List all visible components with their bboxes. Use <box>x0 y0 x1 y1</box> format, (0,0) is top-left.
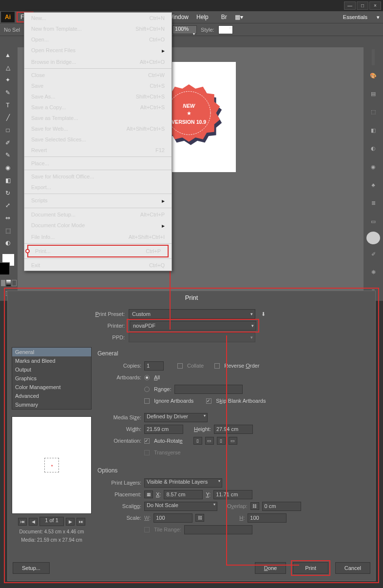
menu-file-info[interactable]: File Info...Alt+Shift+Ctrl+I <box>24 232 172 242</box>
layers-panel-icon[interactable]: ≣ <box>365 195 381 211</box>
menu-save-template[interactable]: Save as Template... <box>24 113 172 123</box>
menu-color-mode[interactable]: Document Color Mode <box>24 220 172 232</box>
pencil-tool[interactable]: ✎ <box>1 150 15 161</box>
fill-stroke-swatch[interactable] <box>1 253 17 277</box>
setup-button[interactable]: Setup... <box>13 562 50 574</box>
cat-advanced[interactable]: Advanced <box>12 392 91 400</box>
opacity-field[interactable]: 100% <box>172 25 197 34</box>
menu-new-template[interactable]: New from Template...Shift+Ctrl+N <box>24 23 172 34</box>
menu-close[interactable]: CloseCtrl+W <box>24 70 172 80</box>
scaling-field[interactable]: Do Not Scale <box>144 502 217 511</box>
menu-help[interactable]: Help <box>192 12 212 22</box>
reverse-checkbox[interactable] <box>214 363 220 369</box>
shape-builder-tool[interactable]: ◐ <box>1 237 15 249</box>
brushes-panel-icon[interactable]: ✐ <box>365 246 381 262</box>
cat-color[interactable]: Color Management <box>12 383 91 392</box>
menu-scripts[interactable]: Scripts <box>24 195 172 207</box>
wand-tool[interactable]: ✦ <box>1 74 15 86</box>
nav-first[interactable]: ⏮ <box>18 518 27 526</box>
placement-grid-icon[interactable]: ▦ <box>144 490 153 498</box>
color-mode-icon[interactable] <box>1 280 5 286</box>
cancel-button[interactable]: Cancel <box>335 562 370 574</box>
media-field[interactable]: Defined by Driver <box>144 413 208 422</box>
direct-select-tool[interactable]: △ <box>1 62 15 74</box>
bridge-icon[interactable]: Br <box>217 12 231 22</box>
none-mode-icon[interactable] <box>12 280 17 286</box>
all-radio[interactable] <box>144 375 150 380</box>
menu-save-copy[interactable]: Save a Copy...Alt+Ctrl+S <box>24 102 172 113</box>
skip-checkbox[interactable] <box>206 398 211 404</box>
minimize-button[interactable]: — <box>344 1 356 10</box>
free-transform-tool[interactable]: ⬚ <box>1 225 15 236</box>
printer-field[interactable]: novaPDF <box>130 321 256 331</box>
nav-prev[interactable]: ◀ <box>29 518 38 526</box>
menu-print[interactable]: Print...Ctrl+P <box>27 245 169 257</box>
nav-last[interactable]: ⏭ <box>77 518 85 526</box>
menu-new[interactable]: New...Ctrl+N <box>24 13 172 23</box>
artboards-panel-icon[interactable]: ▭ <box>365 214 381 230</box>
rect-tool[interactable]: □ <box>1 124 15 136</box>
cat-graphics[interactable]: Graphics <box>12 374 91 383</box>
x-field[interactable]: 8.57 cm <box>164 490 203 499</box>
type-tool[interactable]: T <box>1 99 15 111</box>
ignore-checkbox[interactable] <box>144 398 150 404</box>
menu-open-recent[interactable]: Open Recent Files <box>24 45 172 57</box>
menu-doc-setup[interactable]: Document Setup...Alt+Ctrl+P <box>24 209 172 220</box>
menu-save-as[interactable]: Save As...Shift+Ctrl+S <box>24 91 172 102</box>
gradient-mode-icon[interactable] <box>6 280 11 286</box>
pen-tool[interactable]: ✎ <box>1 87 15 98</box>
graphic-styles-panel-icon[interactable]: ♣ <box>365 177 381 193</box>
gradient-panel-icon[interactable]: ◧ <box>365 122 381 138</box>
print-button[interactable]: Print <box>293 562 328 574</box>
category-list[interactable]: General Marks and Bleed Output Graphics … <box>12 347 92 410</box>
svg-text:★: ★ <box>186 110 191 116</box>
print-preset-field[interactable]: Custom <box>129 309 255 319</box>
panel-collapse-icon[interactable] <box>372 49 375 65</box>
cat-marks[interactable]: Marks and Bleed <box>12 356 91 365</box>
selection-tool[interactable]: ▲ <box>1 49 15 61</box>
stroke-panel-icon[interactable]: ⬚ <box>365 104 381 120</box>
brush-tool[interactable]: ✐ <box>1 137 15 149</box>
style-label: Style: <box>201 27 214 33</box>
save-preset-icon[interactable]: ⬇ <box>261 311 266 317</box>
color-panel-icon[interactable]: 🎨 <box>365 67 381 83</box>
all-label: All <box>154 374 160 380</box>
color-swatch-icon[interactable] <box>366 232 380 244</box>
done-button[interactable]: Done <box>255 562 286 574</box>
rotate-tool[interactable]: ↻ <box>1 187 15 199</box>
y-field[interactable]: 11.71 cm <box>213 490 252 499</box>
workspace-switcher[interactable]: Essentials <box>338 14 382 20</box>
range-radio[interactable] <box>144 387 150 392</box>
transparency-panel-icon[interactable]: ◐ <box>365 140 381 157</box>
eraser-tool[interactable]: ◧ <box>1 175 15 186</box>
maximize-button[interactable]: □ <box>357 1 368 10</box>
menu-save-mso[interactable]: Save for Microsoft Office... <box>24 171 172 182</box>
appearance-panel-icon[interactable]: ◉ <box>365 158 381 175</box>
menu-save-slices[interactable]: Save Selected Slices... <box>24 134 172 145</box>
cat-output[interactable]: Output <box>12 365 91 374</box>
nav-next[interactable]: ▶ <box>66 518 75 526</box>
blob-tool[interactable]: ◉ <box>1 162 15 174</box>
width-tool[interactable]: ⇔ <box>1 212 15 224</box>
menu-place[interactable]: Place... <box>24 158 172 169</box>
tile-field <box>184 525 252 534</box>
menu-export[interactable]: Export... <box>24 182 172 193</box>
menu-exit[interactable]: ExitCtrl+Q <box>24 260 172 271</box>
cat-general[interactable]: General <box>12 348 91 356</box>
menu-save-web[interactable]: Save for Web...Alt+Shift+Ctrl+S <box>24 123 172 134</box>
swatches-panel-icon[interactable]: ▤ <box>365 86 381 102</box>
line-tool[interactable]: ╱ <box>1 112 15 124</box>
style-field[interactable] <box>218 25 233 34</box>
menu-open[interactable]: Open...Ctrl+O <box>24 34 172 45</box>
cat-summary[interactable]: Summary <box>12 400 91 409</box>
copies-field[interactable]: 1 <box>144 361 164 371</box>
layout-icon[interactable]: ▦▾ <box>231 12 247 22</box>
symbols-panel-icon[interactable]: ❋ <box>365 264 381 280</box>
app-icon: Ai <box>1 12 15 22</box>
close-button[interactable]: × <box>369 1 381 10</box>
preview-art: ★ <box>44 458 59 472</box>
autorotate-checkbox[interactable] <box>144 438 150 444</box>
layers-field[interactable]: Visible & Printable Layers <box>144 478 222 488</box>
menu-browse-bridge[interactable]: Browse in Bridge...Alt+Ctrl+O <box>24 57 172 67</box>
scale-tool[interactable]: ⤢ <box>1 199 15 211</box>
